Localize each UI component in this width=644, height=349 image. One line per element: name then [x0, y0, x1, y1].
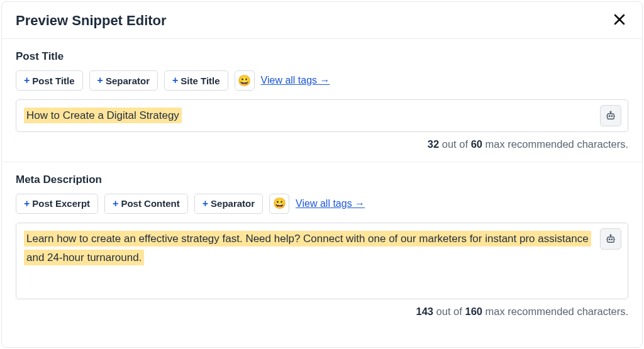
tag-site-title[interactable]: +Site Title: [164, 70, 228, 91]
tag-post-content[interactable]: +Post Content: [104, 194, 188, 214]
meta-desc-label: Meta Description: [16, 174, 628, 186]
svg-point-2: [611, 116, 613, 117]
panel-title: Preview Snippet Editor: [16, 13, 167, 29]
post-title-label: Post Title: [16, 50, 628, 63]
svg-point-7: [610, 235, 611, 236]
panel-header: Preview Snippet Editor: [2, 2, 642, 39]
plus-icon: +: [24, 198, 30, 209]
ai-assist-button[interactable]: [600, 105, 621, 126]
plus-icon: +: [172, 75, 178, 86]
plus-icon: +: [24, 75, 30, 86]
tag-separator[interactable]: +Separator: [89, 70, 158, 91]
tag-label: Site Title: [180, 75, 219, 86]
svg-point-5: [609, 239, 610, 240]
meta-desc-tag-row: +Post Excerpt +Post Content +Separator 😀…: [16, 194, 628, 214]
tag-separator-2[interactable]: +Separator: [194, 194, 263, 214]
post-title-tag-row: +Post Title +Separator +Site Title 😀 Vie…: [16, 70, 628, 91]
post-title-counter: 32 out of 60 max recommended characters.: [16, 138, 628, 150]
svg-rect-0: [608, 114, 614, 119]
tag-post-excerpt[interactable]: +Post Excerpt: [16, 194, 98, 214]
tag-label: Separator: [211, 198, 255, 209]
section-divider: [2, 162, 642, 162]
plus-icon: +: [97, 75, 103, 86]
tag-label: Post Title: [32, 75, 74, 86]
meta-desc-counter: 143 out of 160 max recommended character…: [16, 306, 628, 318]
emoji-button[interactable]: 😀: [235, 70, 255, 91]
emoji-button-2[interactable]: 😀: [269, 194, 289, 214]
post-title-input[interactable]: How to Create a Digital Strategy: [16, 99, 628, 132]
post-title-value: How to Create a Digital Strategy: [24, 108, 182, 123]
meta-desc-value: Learn how to create an effective strateg…: [24, 231, 591, 265]
tag-label: Post Excerpt: [32, 198, 90, 209]
svg-rect-4: [608, 237, 614, 242]
svg-point-6: [611, 239, 613, 240]
svg-point-1: [609, 116, 610, 117]
view-all-tags-link[interactable]: View all tags →: [261, 75, 330, 86]
emoji-icon: 😀: [238, 74, 251, 87]
tag-label: Separator: [106, 75, 150, 86]
close-icon: [613, 13, 626, 26]
robot-icon: [605, 233, 616, 245]
meta-desc-input[interactable]: Learn how to create an effective strateg…: [16, 223, 628, 299]
robot-icon: [605, 110, 616, 121]
snippet-editor-panel: Preview Snippet Editor Post Title +Post …: [1, 1, 643, 348]
ai-assist-button-2[interactable]: [600, 228, 621, 250]
emoji-icon: 😀: [273, 197, 286, 210]
plus-icon: +: [203, 198, 208, 209]
tag-label: Post Content: [121, 198, 179, 209]
view-all-tags-link-2[interactable]: View all tags →: [296, 198, 365, 209]
close-button[interactable]: [611, 12, 628, 30]
plus-icon: +: [113, 198, 118, 209]
tag-post-title[interactable]: +Post Title: [16, 70, 83, 91]
svg-point-3: [610, 111, 611, 113]
